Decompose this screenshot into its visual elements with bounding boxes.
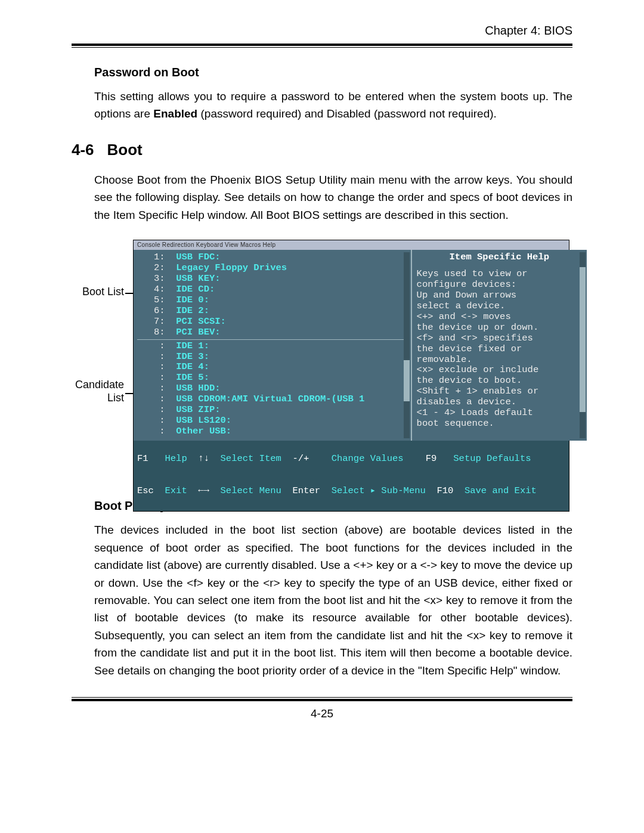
bios-boot-item[interactable]: 5: IDE 0: bbox=[137, 295, 407, 306]
key-f1: F1 bbox=[137, 453, 148, 464]
section-name: Boot bbox=[107, 141, 143, 159]
bios-help-line: <1 - 4> Loads default bbox=[417, 408, 582, 419]
bios-help-line: <Shift + 1> enables or bbox=[417, 386, 582, 397]
bios-help-line: removable. bbox=[417, 355, 582, 366]
action-select-menu: Select Menu bbox=[221, 485, 281, 496]
bios-help-text: Keys used to view orconfigure devices:Up… bbox=[417, 269, 582, 430]
bios-boot-item[interactable]: 4: IDE CD: bbox=[137, 284, 407, 295]
bios-footer-row: Esc Exit ←→ Select Menu Enter Select ▸ S… bbox=[137, 475, 565, 507]
key-plusminus: -/+ bbox=[293, 453, 309, 464]
bios-help-line: <+> and <-> moves bbox=[417, 312, 582, 323]
heading-password-on-boot: Password on Boot bbox=[94, 66, 572, 79]
bios-footer-row: F1 Help ↑↓ Select Item -/+ Change Values… bbox=[137, 443, 565, 475]
key-arrows-horiz-icon: ←→ bbox=[198, 485, 209, 496]
key-f9: F9 bbox=[426, 453, 437, 464]
bios-candidate-item[interactable]: : USB LS120: bbox=[137, 416, 407, 426]
bios-boot-item[interactable]: 7: PCI SCSI: bbox=[137, 317, 407, 327]
bios-boot-item[interactable]: 3: USB KEY: bbox=[137, 274, 407, 284]
action-exit: Exit bbox=[165, 485, 187, 496]
bios-boot-list: 1: USB FDC: 2: Legacy Floppy Drives 3: U… bbox=[137, 252, 407, 338]
key-arrows-vert-icon: ↑↓ bbox=[198, 453, 209, 464]
bios-boot-item[interactable]: 8: PCI BEV: bbox=[137, 327, 407, 338]
bios-help-line: select a device. bbox=[417, 301, 582, 312]
bios-boot-item[interactable]: 1: USB FDC: bbox=[137, 252, 407, 263]
chapter-header: Chapter 4: BIOS bbox=[72, 24, 572, 41]
document-page: Chapter 4: BIOS Password on Boot This se… bbox=[0, 0, 644, 833]
action-change-values: Change Values bbox=[332, 453, 404, 464]
key-enter: Enter bbox=[293, 485, 321, 496]
action-setup-defaults: Setup Defaults bbox=[453, 453, 531, 464]
footer-rule-thick bbox=[72, 699, 572, 701]
callout-candidate-list: Candidate List bbox=[64, 379, 124, 404]
bios-left-pane: 1: USB FDC: 2: Legacy Floppy Drives 3: U… bbox=[134, 250, 411, 441]
bios-divider bbox=[137, 339, 407, 340]
bios-help-line: <x> exclude or include bbox=[417, 365, 582, 376]
scrollbar-thumb[interactable] bbox=[404, 360, 410, 401]
bios-candidate-item[interactable]: : USB ZIP: bbox=[137, 405, 407, 416]
header-rule-thick bbox=[72, 44, 572, 46]
bios-figure: Boot List Candidate List Console Redirec… bbox=[72, 240, 572, 479]
text-run: (password required) and Disabled (passwo… bbox=[197, 107, 497, 120]
bios-help-title: Item Specific Help bbox=[417, 252, 582, 263]
bios-help-line: boot sequence. bbox=[417, 419, 582, 429]
header-rule-thin bbox=[72, 47, 572, 48]
bios-help-line: Up and Down arrows bbox=[417, 290, 582, 301]
text-run: Candidate bbox=[75, 379, 124, 391]
page-number: 4-25 bbox=[72, 707, 572, 720]
bios-help-line: configure devices: bbox=[417, 280, 582, 290]
callout-boot-list: Boot List bbox=[64, 286, 124, 298]
bios-candidate-item[interactable]: : IDE 5: bbox=[137, 373, 407, 383]
scrollbar[interactable] bbox=[580, 252, 586, 438]
bios-candidate-item[interactable]: : USB HDD: bbox=[137, 383, 407, 394]
scrollbar-thumb[interactable] bbox=[580, 267, 586, 413]
section-number: 4-6 bbox=[72, 141, 94, 159]
action-save-exit: Save and Exit bbox=[465, 485, 537, 496]
bios-boot-item[interactable]: 2: Legacy Floppy Drives bbox=[137, 263, 407, 274]
bios-help-line: the device to boot. bbox=[417, 376, 582, 386]
key-f10: F10 bbox=[436, 485, 453, 496]
paragraph-boot-intro: Choose Boot from the Phoenix BIOS Setup … bbox=[94, 171, 572, 224]
bios-help-pane: Item Specific Help Keys used to view orc… bbox=[411, 250, 587, 441]
bios-window: Console Redirection Keyboard View Macros… bbox=[134, 240, 569, 511]
bios-footer: F1 Help ↑↓ Select Item -/+ Change Values… bbox=[134, 441, 569, 511]
bios-candidate-item[interactable]: : IDE 3: bbox=[137, 352, 407, 363]
bios-candidate-item[interactable]: : IDE 4: bbox=[137, 362, 407, 373]
bios-help-line: Keys used to view or bbox=[417, 269, 582, 280]
bios-candidate-list: : IDE 1: : IDE 3: : IDE 4: : IDE 5: : US… bbox=[137, 341, 407, 438]
bios-body: 1: USB FDC: 2: Legacy Floppy Drives 3: U… bbox=[134, 250, 569, 441]
bios-help-line: <f> and <r> specifies bbox=[417, 333, 582, 344]
bios-help-line: the device up or down. bbox=[417, 323, 582, 333]
paragraph-boot-priority: The devices included in the boot list se… bbox=[94, 521, 572, 679]
text-bold-enabled: Enabled bbox=[153, 107, 197, 120]
scrollbar[interactable] bbox=[404, 252, 410, 438]
paragraph-password-on-boot: This setting allows you to require a pas… bbox=[94, 88, 572, 123]
bios-candidate-item[interactable]: : USB CDROM:AMI Virtual CDROM-(USB 1 bbox=[137, 394, 407, 405]
footer-rule-thin bbox=[72, 697, 572, 698]
bios-menubar: Console Redirection Keyboard View Macros… bbox=[134, 240, 569, 250]
bios-candidate-item[interactable]: : Other USB: bbox=[137, 426, 407, 437]
action-help: Help bbox=[165, 453, 187, 464]
action-select-item: Select Item bbox=[221, 453, 281, 464]
text-run: List bbox=[107, 392, 124, 404]
section-title-boot: 4-6Boot bbox=[72, 141, 572, 159]
bios-candidate-item[interactable]: : IDE 1: bbox=[137, 341, 407, 352]
bios-help-line: disables a device. bbox=[417, 397, 582, 408]
bios-help-line: the device fixed or bbox=[417, 344, 582, 355]
action-select-submenu: Select ▸ Sub-Menu bbox=[332, 485, 426, 496]
bios-boot-item[interactable]: 6: IDE 2: bbox=[137, 306, 407, 317]
key-esc: Esc bbox=[137, 485, 154, 496]
